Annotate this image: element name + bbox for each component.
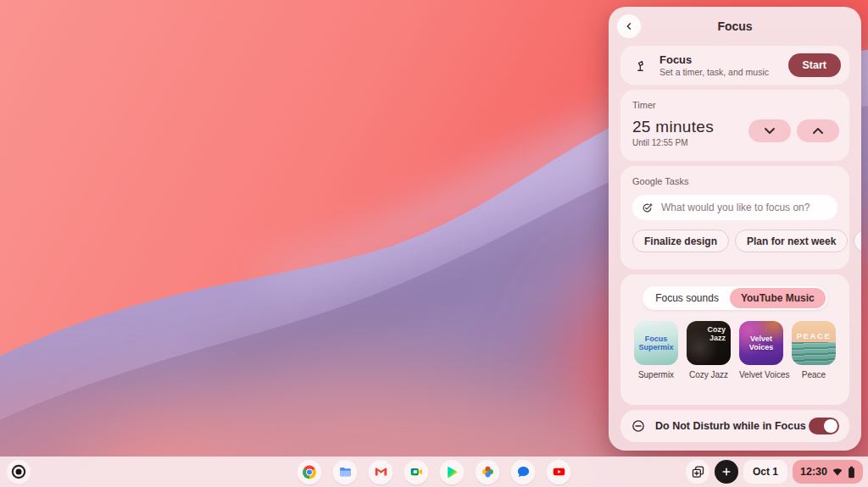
launcher-icon xyxy=(10,463,27,480)
shelf: Oct 1 12:30 xyxy=(0,457,868,487)
task-input-wrap xyxy=(632,195,837,220)
app-play-store[interactable] xyxy=(440,460,465,484)
focus-card-texts: Focus Set a timer, task, and music xyxy=(659,53,769,77)
chevron-left-icon xyxy=(623,20,635,32)
dnd-card: Do Not Disturb while in Focus xyxy=(620,410,849,442)
chromeos-desktop: Focus Focus Set a timer, task, and music… xyxy=(0,0,868,487)
playlist-art-velvet-voices[interactable]: Velvet Voices xyxy=(739,321,783,365)
timer-label: Timer xyxy=(632,100,837,110)
time-text: 12:30 xyxy=(800,466,827,478)
date-button[interactable]: Oct 1 xyxy=(743,460,787,484)
gmail-icon xyxy=(373,464,388,479)
playlist-art-cozy-jazz[interactable]: Cozy Jazz xyxy=(687,321,731,365)
playlist-art-peace[interactable]: PEACE xyxy=(792,321,836,365)
chevron-down-icon xyxy=(764,127,776,135)
google-tasks-label: Google Tasks xyxy=(632,176,837,186)
screen-capture-icon xyxy=(691,465,705,479)
app-photos[interactable] xyxy=(476,460,500,484)
playlist-tile-velvet-voices: Velvet Voices Velvet Voices xyxy=(739,321,783,379)
task-suggestion-chips: Finalize design Plan for next week Pla xyxy=(632,230,861,252)
task-chip[interactable]: Plan for next week xyxy=(735,230,848,252)
focus-start-card: Focus Set a timer, task, and music Start xyxy=(620,46,849,85)
app-meet[interactable] xyxy=(404,460,429,484)
playlist-label: Velvet Voices xyxy=(739,370,783,379)
add-task-icon xyxy=(641,202,654,214)
status-area: Oct 1 12:30 xyxy=(686,460,863,484)
playlist-label: Cozy Jazz xyxy=(687,370,731,379)
wifi-icon xyxy=(832,466,843,478)
youtube-icon xyxy=(551,464,566,479)
dnd-toggle-thumb xyxy=(824,419,837,433)
focus-card-subtitle: Set a timer, task, and music xyxy=(659,67,769,77)
playlist-art-supermix[interactable]: Focus Supermix xyxy=(634,321,678,365)
play-store-icon xyxy=(445,465,459,479)
playlist-art-text: Cozy Jazz xyxy=(697,325,726,343)
music-source-tabs: Focus sounds YouTube Music xyxy=(643,286,827,310)
playlist-label: Peace xyxy=(792,370,836,379)
focus-panel: Focus Focus Set a timer, task, and music… xyxy=(609,7,861,451)
playlist-art-text: Velvet Voices xyxy=(739,321,783,365)
photos-icon xyxy=(480,464,495,479)
dnd-toggle[interactable] xyxy=(809,418,839,434)
app-chrome[interactable] xyxy=(298,460,322,484)
app-messages[interactable] xyxy=(511,460,536,484)
screen-capture-button[interactable] xyxy=(686,460,709,484)
launcher-button[interactable] xyxy=(7,460,31,484)
files-folder-icon xyxy=(337,464,353,479)
app-youtube[interactable] xyxy=(547,460,571,484)
tab-focus-sounds[interactable]: Focus sounds xyxy=(644,288,730,308)
tab-youtube-music[interactable]: YouTube Music xyxy=(730,288,826,308)
task-chip[interactable]: Finalize design xyxy=(632,230,729,252)
panel-title: Focus xyxy=(717,19,752,33)
timer-steppers xyxy=(748,119,839,142)
playlist-tile-supermix: Focus Supermix Supermix xyxy=(634,321,678,379)
lamp-icon xyxy=(631,57,653,74)
playlist-tiles: Focus Supermix Supermix Cozy Jazz Cozy J… xyxy=(620,321,849,379)
messages-icon xyxy=(515,464,531,479)
dnd-label: Do Not Disturb while in Focus xyxy=(655,420,809,432)
timer-card: Timer 25 minutes Until 12:55 PM xyxy=(620,90,849,161)
battery-icon xyxy=(848,466,855,479)
app-gmail[interactable] xyxy=(369,460,393,484)
focus-card-title: Focus xyxy=(659,53,769,67)
back-button[interactable] xyxy=(617,14,641,38)
playlist-art-text: PEACE xyxy=(792,332,836,341)
music-card: Focus sounds YouTube Music Focus Supermi… xyxy=(620,274,849,405)
focus-panel-header: Focus xyxy=(609,7,861,46)
chevron-up-icon xyxy=(812,127,824,135)
app-files[interactable] xyxy=(333,460,358,484)
shelf-app-icons xyxy=(298,460,571,484)
start-button[interactable]: Start xyxy=(788,53,841,77)
plus-icon xyxy=(721,466,732,478)
playlist-art-text: Focus Supermix xyxy=(634,321,678,365)
playlist-tile-cozy-jazz: Cozy Jazz Cozy Jazz xyxy=(687,321,731,379)
quick-settings-button[interactable]: 12:30 xyxy=(793,460,863,484)
playlist-tile-peace: PEACE Peace xyxy=(792,321,836,379)
chrome-icon xyxy=(302,464,318,480)
playlist-label: Supermix xyxy=(634,370,678,379)
new-item-button[interactable] xyxy=(715,460,738,484)
meet-icon xyxy=(409,464,424,479)
task-chip-truncated[interactable]: Pla xyxy=(854,230,861,252)
do-not-disturb-icon xyxy=(631,418,646,434)
date-text: Oct 1 xyxy=(753,466,778,478)
google-tasks-card: Google Tasks Finalize design Plan for ne… xyxy=(620,166,849,269)
timer-decrease-button[interactable] xyxy=(748,119,791,142)
focus-task-input[interactable] xyxy=(632,195,837,220)
timer-increase-button[interactable] xyxy=(797,119,839,142)
